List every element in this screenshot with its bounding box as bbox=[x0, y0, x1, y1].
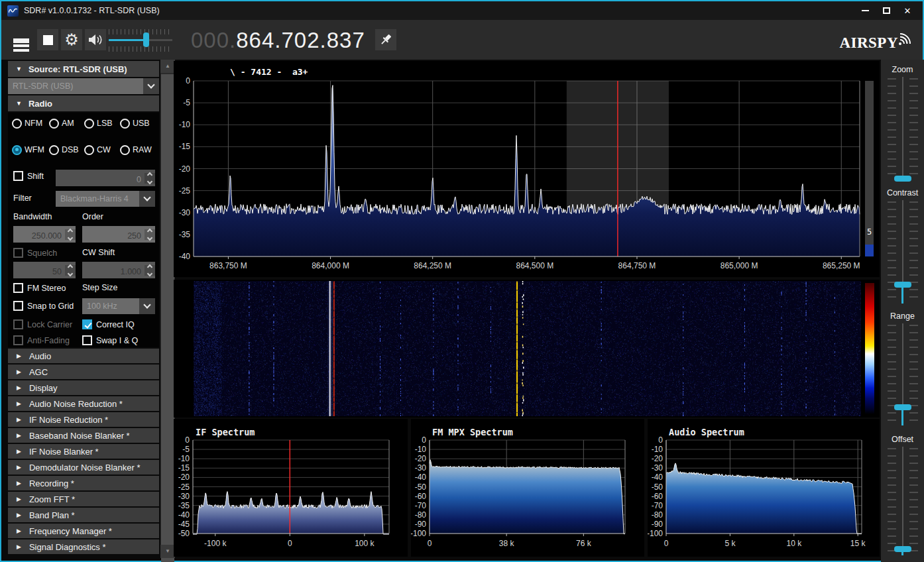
zoom-slider-thumb[interactable] bbox=[894, 176, 911, 182]
svg-text:-10: -10 bbox=[179, 120, 191, 129]
svg-text:0: 0 bbox=[288, 539, 292, 548]
order-spinner[interactable]: 250 bbox=[82, 226, 155, 243]
maximize-button[interactable] bbox=[879, 4, 894, 17]
range-slider[interactable] bbox=[888, 323, 918, 425]
app-window: SDR# v1.0.0.1732 - RTL-SDR (USB) ✕ ⚙ bbox=[0, 0, 924, 562]
sidebar-panel-if-noise-blanker[interactable]: ▶IF Noise Blanker * bbox=[8, 444, 159, 459]
svg-text:-30: -30 bbox=[178, 492, 190, 501]
step-size-dropdown[interactable]: 100 kHz bbox=[82, 298, 155, 314]
scrollbar-thumb[interactable] bbox=[161, 74, 174, 562]
expand-triangle-icon: ▶ bbox=[17, 353, 21, 359]
bandwidth-value: 250.000 bbox=[13, 228, 65, 241]
stop-button[interactable] bbox=[37, 29, 58, 50]
sidebar-panel-band-plan[interactable]: ▶Band Plan * bbox=[8, 508, 159, 522]
frequency-display[interactable]: 000.864.702.837 bbox=[191, 28, 365, 53]
cw-shift-label: CW Shift bbox=[82, 248, 115, 257]
sidebar-panel-baseband-noise-blanker[interactable]: ▶Baseband Noise Blanker * bbox=[8, 428, 159, 443]
menu-button[interactable] bbox=[11, 29, 32, 50]
slider-fill bbox=[901, 287, 903, 304]
sidebar-panel-display[interactable]: ▶Display bbox=[8, 380, 159, 395]
step-size-label: Step Size bbox=[82, 283, 118, 292]
main-spectrum-chart[interactable]: 0-5-10-15-20-25-30-35-40863,750 M864,000… bbox=[174, 61, 880, 277]
bandwidth-spinner[interactable]: 250.000 bbox=[13, 226, 76, 243]
sidebar-panel-audio[interactable]: ▶Audio bbox=[8, 349, 159, 363]
close-button[interactable]: ✕ bbox=[900, 4, 915, 17]
waterfall-display[interactable] bbox=[194, 281, 861, 416]
snap-to-grid-checkbox[interactable]: Snap to Grid bbox=[13, 301, 74, 311]
svg-text:-30: -30 bbox=[415, 463, 427, 473]
source-device-dropdown[interactable]: RTL-SDR (USB) bbox=[8, 78, 159, 94]
frequency-leading-zeros: 000. bbox=[191, 28, 236, 52]
contrast-slider[interactable] bbox=[888, 200, 918, 304]
audio-mute-button[interactable] bbox=[85, 29, 106, 50]
sidebar-panel-agc[interactable]: ▶AGC bbox=[8, 365, 159, 379]
filter-label: Filter bbox=[13, 194, 32, 203]
squelch-checkbox[interactable]: Squelch bbox=[13, 248, 57, 258]
shift-spinner[interactable]: 0 bbox=[56, 170, 155, 186]
slider-track bbox=[902, 447, 903, 555]
correct-iq-checkbox[interactable]: Correct IQ bbox=[82, 319, 135, 329]
sidebar-panel-audio-noise-reduction[interactable]: ▶Audio Noise Reduction * bbox=[8, 396, 159, 411]
filter-dropdown[interactable]: Blackman-Harris 4 bbox=[56, 191, 155, 207]
hamburger-icon bbox=[13, 38, 29, 41]
offset-slider[interactable] bbox=[888, 447, 918, 555]
settings-button[interactable]: ⚙ bbox=[61, 29, 82, 50]
expand-triangle-icon: ▶ bbox=[17, 528, 21, 534]
spinner-arrows-icon[interactable] bbox=[144, 173, 155, 184]
svg-text:865,250 M: 865,250 M bbox=[823, 261, 860, 270]
lock-carrier-checkbox[interactable]: Lock Carrier bbox=[13, 319, 72, 329]
offset-slider-thumb[interactable] bbox=[894, 546, 911, 552]
minimize-button[interactable] bbox=[858, 4, 872, 17]
slider-ticks bbox=[909, 448, 918, 554]
mode-radio-dsb[interactable]: DSB bbox=[49, 144, 84, 155]
mode-radio-raw[interactable]: RAW bbox=[120, 144, 155, 155]
fm-stereo-label: FM Stereo bbox=[27, 284, 66, 293]
swap-iq-checkbox[interactable]: Swap I & Q bbox=[82, 335, 138, 345]
mode-radio-nfm[interactable]: NFM bbox=[12, 118, 49, 129]
svg-text:-60: -60 bbox=[652, 492, 664, 501]
sidebar-panel-signal-diagnostics[interactable]: ▶Signal Diagnostics * bbox=[8, 539, 159, 554]
demodulation-mode-group: NFMAMLSBUSBWFMDSBCWRAW bbox=[12, 118, 155, 155]
sidebar-panel-if-noise-reduction[interactable]: ▶IF Noise Reduction * bbox=[8, 412, 159, 427]
sidebar-panel-demodulator-noise-blanker[interactable]: ▶Demodulator Noise Blanker * bbox=[8, 460, 159, 475]
sidebar-panel-recording[interactable]: ▶Recording * bbox=[8, 476, 159, 490]
slider-ticks bbox=[888, 448, 896, 554]
svg-text:76 k: 76 k bbox=[576, 539, 592, 548]
source-panel-header[interactable]: ▼ Source: RTL-SDR (USB) bbox=[8, 61, 159, 77]
fm-stereo-checkbox[interactable]: FM Stereo bbox=[13, 283, 66, 293]
volume-thumb[interactable] bbox=[143, 32, 149, 47]
shift-checkbox[interactable]: Shift bbox=[13, 171, 44, 181]
expand-triangle-icon: ▶ bbox=[17, 448, 21, 455]
expand-triangle-icon: ▶ bbox=[17, 464, 21, 471]
spinner-arrows-icon[interactable] bbox=[144, 229, 155, 240]
contrast-slider-thumb[interactable] bbox=[894, 282, 911, 288]
volume-slider[interactable] bbox=[109, 29, 172, 50]
scroll-up-button[interactable]: ▲ bbox=[160, 60, 175, 73]
if-spectrum-chart: 0-5-10-15-20-25-30-35-40-45-50-100 k0100… bbox=[174, 419, 408, 557]
anti-fading-checkbox[interactable]: Anti-Fading bbox=[13, 335, 70, 345]
svg-text:0: 0 bbox=[428, 539, 432, 548]
radio-header-label: Radio bbox=[29, 99, 52, 109]
sidebar-scrollbar[interactable]: ▲ ▼ bbox=[160, 60, 175, 558]
mode-radio-cw[interactable]: CW bbox=[84, 144, 120, 155]
sidebar-panel-frequency-manager[interactable]: ▶Frequency Manager * bbox=[8, 524, 159, 538]
svg-text:-10: -10 bbox=[178, 454, 190, 463]
mode-radio-lsb[interactable]: LSB bbox=[84, 118, 120, 129]
svg-text:-10: -10 bbox=[652, 445, 664, 454]
mode-radio-usb[interactable]: USB bbox=[120, 118, 155, 129]
if-spectrum-title: IF Spectrum bbox=[196, 427, 255, 437]
sidebar-panel-zoom-fft[interactable]: ▶Zoom FFT * bbox=[8, 492, 159, 506]
spinner-arrows-icon[interactable] bbox=[65, 229, 76, 240]
pin-button[interactable] bbox=[375, 29, 396, 50]
mode-radio-wfm[interactable]: WFM bbox=[12, 144, 49, 155]
stop-icon bbox=[43, 35, 53, 45]
range-slider-thumb[interactable] bbox=[894, 404, 911, 410]
slider-ticks bbox=[888, 78, 896, 180]
zoom-slider[interactable] bbox=[888, 77, 918, 182]
panel-label: Signal Diagnostics * bbox=[29, 542, 106, 552]
mode-radio-am[interactable]: AM bbox=[49, 118, 84, 129]
svg-text:-80: -80 bbox=[652, 510, 664, 520]
checkbox-icon bbox=[13, 301, 23, 311]
radio-panel-header[interactable]: ▼ Radio bbox=[8, 95, 159, 111]
scroll-down-button[interactable]: ▼ bbox=[160, 545, 175, 558]
